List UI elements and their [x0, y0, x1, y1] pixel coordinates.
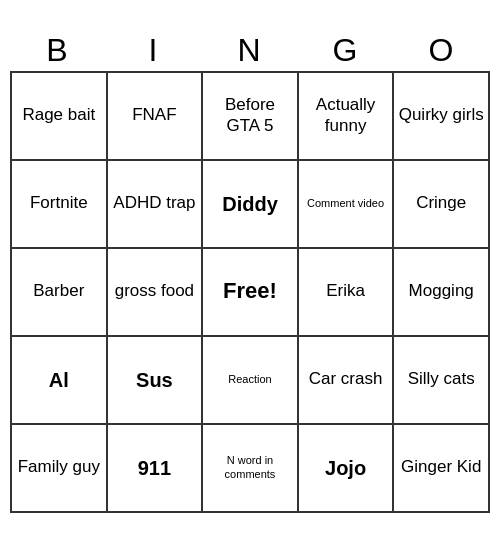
bingo-cell-4[interactable]: Quirky girls — [394, 73, 490, 161]
bingo-cell-13[interactable]: Erika — [299, 249, 395, 337]
bingo-cell-8[interactable]: Comment video — [299, 161, 395, 249]
bingo-cell-14[interactable]: Mogging — [394, 249, 490, 337]
bingo-cell-0[interactable]: Rage bait — [12, 73, 108, 161]
bingo-cell-15[interactable]: Al — [12, 337, 108, 425]
header-g: G — [298, 32, 394, 69]
header-n: N — [202, 32, 298, 69]
bingo-header: B I N G O — [10, 32, 490, 69]
bingo-cell-22[interactable]: N word in comments — [203, 425, 299, 513]
bingo-cell-23[interactable]: Jojo — [299, 425, 395, 513]
bingo-cell-11[interactable]: gross food — [108, 249, 204, 337]
bingo-cell-12[interactable]: Free! — [203, 249, 299, 337]
bingo-cell-19[interactable]: Silly cats — [394, 337, 490, 425]
bingo-cell-16[interactable]: Sus — [108, 337, 204, 425]
bingo-cell-10[interactable]: Barber — [12, 249, 108, 337]
bingo-cell-18[interactable]: Car crash — [299, 337, 395, 425]
bingo-cell-3[interactable]: Actually funny — [299, 73, 395, 161]
bingo-cell-20[interactable]: Family guy — [12, 425, 108, 513]
bingo-cell-2[interactable]: Before GTA 5 — [203, 73, 299, 161]
bingo-grid: Rage baitFNAFBefore GTA 5Actually funnyQ… — [10, 71, 490, 513]
header-b: B — [10, 32, 106, 69]
bingo-cell-21[interactable]: 911 — [108, 425, 204, 513]
bingo-cell-1[interactable]: FNAF — [108, 73, 204, 161]
bingo-card: B I N G O Rage baitFNAFBefore GTA 5Actua… — [10, 32, 490, 513]
bingo-cell-17[interactable]: Reaction — [203, 337, 299, 425]
bingo-cell-6[interactable]: ADHD trap — [108, 161, 204, 249]
header-o: O — [394, 32, 490, 69]
bingo-cell-5[interactable]: Fortnite — [12, 161, 108, 249]
bingo-cell-24[interactable]: Ginger Kid — [394, 425, 490, 513]
bingo-cell-9[interactable]: Cringe — [394, 161, 490, 249]
bingo-cell-7[interactable]: Diddy — [203, 161, 299, 249]
header-i: I — [106, 32, 202, 69]
